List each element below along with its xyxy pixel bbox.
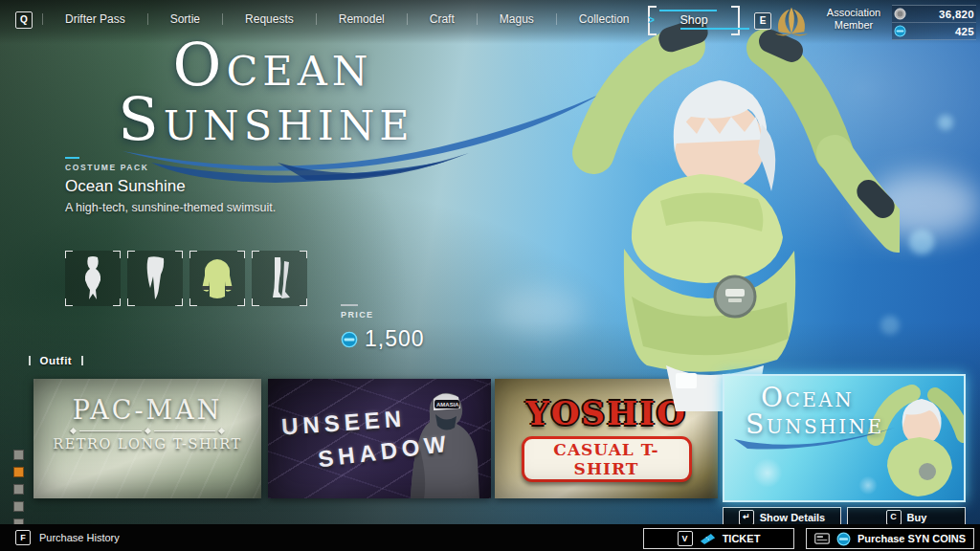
bracket-right [731,6,740,35]
title-swoosh-decor [278,143,469,187]
tab-shop-label: Shop [679,13,707,27]
tab-requests[interactable]: Requests [223,12,316,26]
hero-title: OCEAN SUNSHINE [100,34,445,149]
category-prev-indicator[interactable] [29,356,31,365]
tab-shop-selected[interactable]: > Shop [652,6,736,33]
accent-tick [65,157,79,159]
tab-magus[interactable]: Magus [478,12,556,26]
tab-craft[interactable]: Craft [408,12,477,26]
syn-currency-value: 425 [906,26,974,37]
tab-remodel[interactable]: Remodel [317,12,407,26]
currency-syn-row: 425 [892,23,976,40]
shop-item-ocean-sunshine-selected: OCEAN SUNSHINE ↵ Show Details C Buy [723,374,968,527]
price-block: PRICE 1,500 [341,304,425,352]
water-bokeh-decor [909,230,934,254]
currency-panel: 36,820 425 [892,5,976,40]
product-info: COSTUME PACK Ocean Sunshine A high-tech,… [65,157,276,214]
tab-collection[interactable]: Collection [557,12,652,26]
bottoms-icon [141,255,169,301]
history-key-badge: F [15,530,31,545]
payment-card-icon [814,533,830,544]
price-label: PRICE [341,310,425,320]
card-vignette [268,379,491,498]
bottom-bar: F Purchase History V TICKET Purchase SYN… [0,524,980,551]
card-vignette [495,379,718,498]
show-details-label: Show Details [760,512,825,523]
association-emblem-icon [773,4,810,38]
syn-coin-icon [836,532,851,546]
gold-currency-value: 36,820 [906,9,974,20]
page-indicator [13,450,24,529]
page-dot-active[interactable] [13,467,24,477]
purchase-syn-coins-button[interactable]: Purchase SYN COINS [806,528,974,549]
currency-gold-row: 36,820 [892,6,976,23]
bodysuit-icon [77,255,109,301]
tab-drifter-pass[interactable]: Drifter Pass [43,12,147,26]
nav-tabs: Drifter Pass Sortie Requests Remodel Cra… [42,0,652,38]
purchase-history-label: Purchase History [39,532,120,543]
water-bokeh-decor [938,115,953,130]
jacket-icon [198,256,236,300]
ocean-sunshine-card[interactable]: OCEAN SUNSHINE [723,374,966,502]
thumbnail-shoes[interactable] [252,251,307,306]
enter-key-icon: ↵ [739,510,754,525]
category-bar: Outfit [29,355,83,366]
ticket-button[interactable]: V TICKET [643,528,794,549]
thumbnail-jacket[interactable] [189,251,245,306]
buy-label: Buy [907,512,927,523]
ocean-title-line2: SUNSHINE [746,411,964,438]
ticket-key-badge: V [678,531,693,546]
purchase-history-button[interactable]: F Purchase History [15,530,120,545]
shop-item-pacman[interactable]: PAC-MAN RETRO LONG T-SHIRT [33,379,261,498]
ticket-icon [700,533,716,545]
syn-coin-icon [894,25,906,37]
cycle-key-badge: E [754,12,771,30]
menu-key-badge: Q [15,11,33,29]
product-name: Ocean Sunshine [65,177,276,196]
ticket-label: TICKET [723,533,761,544]
tab-sortie[interactable]: Sortie [148,12,222,26]
category-label: Outfit [40,355,73,366]
shop-accent-line [680,28,749,30]
purchase-syn-coins-label: Purchase SYN COINS [858,533,966,544]
price-value: 1,500 [365,326,425,352]
chevron-right-icon: > [648,13,655,27]
page-dot[interactable] [13,450,24,460]
card-vignette [33,379,261,498]
buy-key-badge: C [886,510,902,525]
shop-accent-line [659,10,717,11]
hero-title-line2: SUNSHINE [87,89,445,149]
product-description: A high-tech, sunshine-themed swimsuit. [65,201,276,214]
thumbnail-bodysuit[interactable] [65,251,121,306]
syn-coin-icon [341,331,358,348]
shop-item-unseen-shadow[interactable]: AMASIA UNSEEN SHADOW [268,379,491,498]
shop-screen: Q Drifter Pass Sortie Requests Remodel C… [0,0,980,551]
top-nav: Q Drifter Pass Sortie Requests Remodel C… [0,0,980,40]
item-thumbnails [65,251,307,306]
thumbnail-bottoms[interactable] [127,251,183,306]
page-dot[interactable] [13,484,24,495]
price-tick [341,304,358,306]
gold-coin-icon [894,8,906,20]
category-next-indicator[interactable] [81,356,83,365]
shoes-icon [267,255,292,301]
product-category-label: COSTUME PACK [65,163,276,172]
ocean-title-line1: OCEAN [761,385,964,411]
association-member-label: Association Member [813,7,894,32]
shop-item-yoshio[interactable]: YOSHIO CASUAL T-SHIRT [495,379,718,498]
page-dot[interactable] [13,501,24,512]
